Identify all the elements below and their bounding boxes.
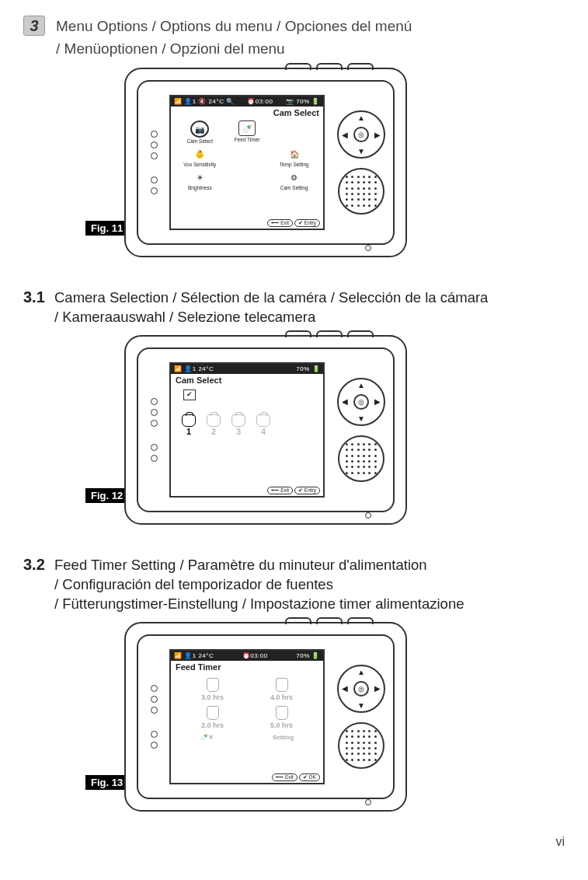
dpad[interactable]: ▲ ▼ ◀ ▶ ◎ [337,378,385,426]
section-title: Menu Options / Options du menu / Opcione… [56,16,412,60]
right-arrow-icon[interactable]: ▶ [374,684,381,693]
timer-2hrs[interactable]: 2.0 hrs [185,706,240,729]
camera-1[interactable]: 1 [182,414,196,436]
side-button[interactable] [151,731,158,738]
bottle-icon [207,706,219,720]
dpad[interactable]: ▲ ▼ ◀ ▶ ◎ [337,665,385,713]
camera-list: 1 2 3 4 [171,400,323,436]
side-button[interactable] [151,176,158,183]
line: / Fütterungstimer-Einstellung / Impostaz… [54,595,464,612]
entry-button[interactable]: ✔ Entry [294,219,320,227]
house-icon: 🏠 [287,147,302,161]
right-arrow-icon[interactable]: ▶ [374,131,381,139]
right-arrow-icon[interactable]: ▶ [374,397,381,406]
side-button[interactable] [151,444,158,451]
label: Feed Timer [235,137,260,142]
side-button[interactable] [151,131,158,138]
page-number: vi [23,835,565,849]
person-icon [207,414,221,427]
antenna-icon [285,617,311,624]
left-arrow-icon[interactable]: ◀ [342,131,348,139]
up-arrow-icon[interactable]: ▲ [357,381,365,389]
menu-item-brightness[interactable]: ☀Brightness [179,170,221,190]
speaker-grille [338,435,384,482]
right-controls: ▲ ▼ ◀ ▶ ◎ [329,110,393,215]
timer-5hrs[interactable]: 5.0 hrs [254,706,309,729]
device-inner: 📶 👤1 🔇 24°C 🔍 ⏰03:00 📷 70% 🔋 Cam Select … [137,80,395,245]
line: / Configuración del temporizador de fuen… [54,576,333,592]
side-button[interactable] [151,141,158,148]
status-mid: ⏰03:00 [242,652,268,659]
entry-button[interactable]: ✔ Entry [294,487,320,494]
fig-label: Fig. 13 [85,775,128,790]
side-button[interactable] [151,420,158,427]
bottle-off-icon[interactable]: 🍼✕ [200,734,214,741]
left-arrow-icon[interactable]: ◀ [342,397,348,406]
status-left: 📶 👤1 🔇 24°C 🔍 [174,98,235,105]
timer-4hrs[interactable]: 4.0 hrs [254,678,309,701]
person-icon [231,414,245,427]
side-button[interactable] [151,742,158,749]
side-button[interactable] [151,455,158,462]
up-arrow-icon[interactable]: ▲ [357,668,365,676]
down-arrow-icon[interactable]: ▼ [357,414,365,423]
menu-item-temp[interactable]: 🏠Temp Setting [273,147,315,167]
side-buttons [143,685,165,749]
dpad[interactable]: ▲ ▼ ◀ ▶ ◎ [337,110,385,159]
antenna-icon [347,330,374,337]
menu-item-feed-timer[interactable]: 🍼Feed Timer [226,120,269,144]
line: Camera Selection / Sélection de la camér… [54,289,488,306]
down-arrow-icon[interactable]: ▼ [357,147,365,155]
camera-3[interactable]: 3 [231,414,245,436]
mic-hole [365,799,371,805]
side-button[interactable] [151,707,158,714]
center-button[interactable]: ◎ [353,681,369,697]
subsection-3-2: 3.2 Feed Timer Setting / Paramètre du mi… [23,556,565,614]
side-buttons [143,398,165,462]
section-number: 3 [23,16,45,36]
ok-button[interactable]: ✔ OK [299,773,320,781]
down-arrow-icon[interactable]: ▼ [357,701,365,710]
antenna-icon [316,330,343,337]
check-icon: ✔ [183,389,196,400]
camera-2[interactable]: 2 [207,414,221,436]
label: 2.0 hrs [201,721,224,729]
title-line1: Menu Options / Options du menu / Opcione… [56,18,412,34]
exit-button[interactable]: ⟵ Exit [267,219,293,227]
setting-label[interactable]: Setting [273,734,294,741]
side-button[interactable] [151,398,158,405]
menu-item-cam-select[interactable]: 📷Cam Select [179,120,221,144]
monitor-device: 📶 👤1 24°C ⏰03:00 70% 🔋 Feed Timer 3.0 hr… [124,622,407,812]
screen-footer: ⟵ Exit ✔ Entry [267,487,320,494]
status-mid: ⏰03:00 [247,98,273,105]
fig-label: Fig. 12 [85,488,128,503]
gear-icon: ⚙ [287,170,302,184]
menu-item-cam-setting[interactable]: ⚙Cam Setting [273,170,315,190]
exit-button[interactable]: ⟵ Exit [267,487,293,494]
label: 1 [186,427,191,436]
center-button[interactable]: ◎ [353,127,369,142]
side-button[interactable] [151,696,158,703]
side-button[interactable] [151,187,158,194]
sun-icon: ☀ [192,170,207,184]
exit-button[interactable]: ⟵ Exit [272,773,297,781]
side-button[interactable] [151,409,158,416]
sub-number: 3.1 [23,288,54,306]
feed-timer-grid: 3.0 hrs 4.0 hrs 2.0 hrs 5.0 hrs [171,672,323,729]
timer-3hrs[interactable]: 3.0 hrs [185,678,240,701]
menu-item-vox[interactable]: 👶Vox Sensitivity [179,147,221,167]
center-button[interactable]: ◎ [353,394,369,410]
camera-4[interactable]: 4 [256,414,270,436]
side-button[interactable] [151,152,158,159]
up-arrow-icon[interactable]: ▲ [357,113,365,122]
label: Temp Setting [280,162,309,167]
left-arrow-icon[interactable]: ◀ [342,684,348,693]
menu-grid: 📷Cam Select 🍼Feed Timer 👶Vox Sensitivity… [171,117,323,194]
screen-title: Cam Select [171,107,323,117]
lcd-screen: 📶 👤1 24°C 70% 🔋 Cam Select ✔ 1 2 3 4 ⟵ E… [169,362,325,498]
screen-footer: ⟵ Exit ✔ OK [272,773,320,781]
label: 5.0 hrs [270,721,293,729]
side-button[interactable] [151,685,158,692]
subsection-3-1: 3.1 Camera Selection / Sélection de la c… [23,288,565,327]
status-left: 📶 👤1 24°C [174,365,214,372]
